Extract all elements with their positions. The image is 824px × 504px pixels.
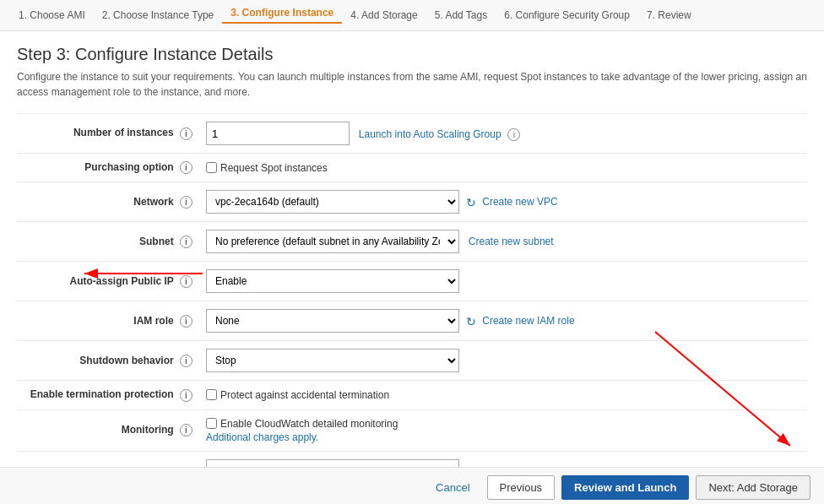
subnet-label: Subnet xyxy=(139,236,174,247)
spot-instances-label: Request Spot instances xyxy=(220,162,328,174)
nav-step-5[interactable]: 5. Add Tags xyxy=(426,9,496,21)
create-vpc-link[interactable]: Create new VPC xyxy=(482,196,557,208)
step-nav: 1. Choose AMI 2. Choose Instance Type 3.… xyxy=(0,0,824,31)
create-iam-role-link[interactable]: Create new IAM role xyxy=(482,315,574,327)
config-form: Number of instances i Launch into Auto S… xyxy=(17,113,807,467)
iam-role-select[interactable]: None xyxy=(206,309,459,333)
previous-button[interactable]: Previous xyxy=(487,475,556,500)
termination-protection-info-icon[interactable]: i xyxy=(180,389,192,402)
purchasing-option-label: Purchasing option xyxy=(84,161,173,173)
shutdown-behavior-info-icon[interactable]: i xyxy=(180,355,192,367)
nav-step-1[interactable]: 1. Choose AMI xyxy=(10,9,94,21)
monitoring-checkbox-label: Enable CloudWatch detailed monitoring xyxy=(206,418,800,430)
num-instances-input[interactable] xyxy=(206,122,350,145)
termination-protection-checkbox-label: Protect against accidental termination xyxy=(206,389,800,401)
termination-protection-checkbox[interactable] xyxy=(206,389,217,400)
auto-assign-ip-label: Auto-assign Public IP xyxy=(70,275,174,287)
nav-step-2[interactable]: 2. Choose Instance Type xyxy=(94,9,223,21)
spot-instances-checkbox[interactable] xyxy=(206,162,217,173)
nav-step-4[interactable]: 4. Add Storage xyxy=(342,9,426,21)
nav-step-7[interactable]: 7. Review xyxy=(638,9,700,21)
page-title: Step 3: Configure Instance Details xyxy=(17,45,807,64)
network-label: Network xyxy=(133,196,173,208)
monitoring-checkbox[interactable] xyxy=(206,418,217,429)
review-and-launch-button[interactable]: Review and Launch xyxy=(561,475,689,500)
create-subnet-link[interactable]: Create new subnet xyxy=(469,236,554,247)
bottom-bar: Cancel Previous Review and Launch Next: … xyxy=(0,467,824,504)
page-subtitle: Configure the instance to suit your requ… xyxy=(17,69,807,100)
auto-assign-ip-info-icon[interactable]: i xyxy=(180,275,192,288)
auto-scaling-link[interactable]: Launch into Auto Scaling Group xyxy=(359,128,501,140)
subnet-info-icon[interactable]: i xyxy=(180,236,192,248)
main-content: Step 3: Configure Instance Details Confi… xyxy=(0,31,824,467)
nav-step-3[interactable]: 3. Configure Instance xyxy=(222,7,342,24)
nav-step-6[interactable]: 6. Configure Security Group xyxy=(496,9,638,21)
monitoring-info-icon[interactable]: i xyxy=(180,424,192,436)
shutdown-behavior-label: Shutdown behavior xyxy=(79,355,173,366)
tenancy-select[interactable]: Shared - Run a shared hardware instance … xyxy=(206,459,459,467)
termination-protection-text: Protect against accidental termination xyxy=(220,389,389,401)
spot-instances-checkbox-label: Request Spot instances xyxy=(206,162,800,174)
monitoring-checkbox-text: Enable CloudWatch detailed monitoring xyxy=(220,418,398,430)
monitoring-label: Monitoring xyxy=(122,424,174,436)
monitoring-note[interactable]: Additional charges apply. xyxy=(206,431,800,443)
subnet-select[interactable]: No preference (default subnet in any Ava… xyxy=(206,230,459,253)
network-info-icon[interactable]: i xyxy=(180,196,192,209)
network-select[interactable]: vpc-2eca164b (default) xyxy=(206,190,459,214)
purchasing-option-info-icon[interactable]: i xyxy=(180,161,192,174)
next-add-storage-button[interactable]: Next: Add Storage xyxy=(696,475,810,500)
network-refresh-icon[interactable]: ↻ xyxy=(466,196,480,209)
iam-role-refresh-icon[interactable]: ↻ xyxy=(466,315,480,328)
num-instances-info-icon[interactable]: i xyxy=(180,127,192,140)
num-instances-label: Number of instances xyxy=(73,127,174,138)
auto-assign-ip-select[interactable]: Enable Disable Use subnet setting xyxy=(206,269,459,293)
auto-scaling-info-icon[interactable]: i xyxy=(507,128,520,141)
iam-role-info-icon[interactable]: i xyxy=(180,315,192,328)
shutdown-behavior-select[interactable]: Stop Terminate xyxy=(206,349,459,372)
termination-protection-label: Enable termination protection xyxy=(30,388,174,400)
iam-role-label: IAM role xyxy=(133,315,173,327)
cancel-button[interactable]: Cancel xyxy=(426,476,480,499)
